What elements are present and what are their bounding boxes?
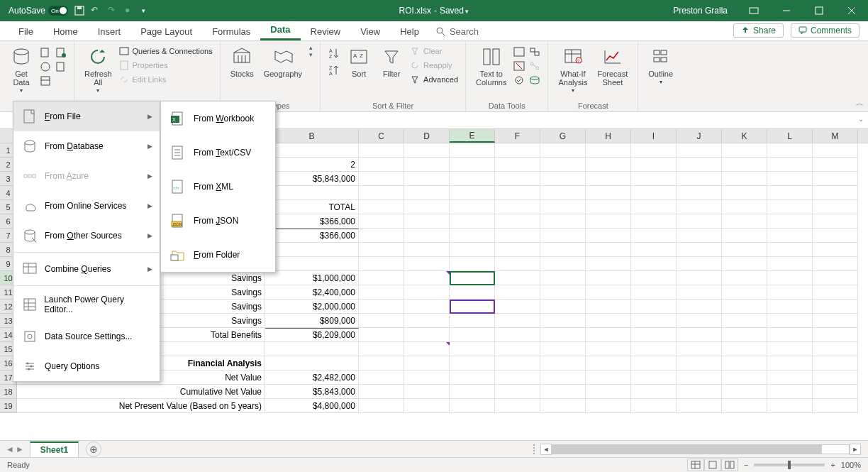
cell[interactable] <box>767 342 813 356</box>
cell[interactable] <box>450 300 495 314</box>
cell[interactable] <box>450 172 495 186</box>
table-row[interactable]: 18Cumulative Net Value$5,843,000 <box>0 385 868 399</box>
cell[interactable] <box>540 328 586 342</box>
col-header-G[interactable]: G <box>540 129 586 143</box>
cell[interactable] <box>813 172 858 186</box>
cell[interactable] <box>767 285 813 300</box>
cell[interactable] <box>813 356 858 371</box>
cell[interactable]: $2,482,000 <box>265 371 359 385</box>
cell[interactable] <box>540 214 586 229</box>
cell[interactable] <box>677 342 722 356</box>
col-header-C[interactable]: C <box>359 129 404 143</box>
cell[interactable] <box>767 399 813 413</box>
cell[interactable] <box>359 271 404 285</box>
zoom-level[interactable]: 100% <box>841 461 861 469</box>
cell[interactable] <box>359 342 404 356</box>
cell[interactable] <box>722 356 767 371</box>
cell[interactable] <box>631 356 677 371</box>
cell[interactable] <box>450 229 495 243</box>
cell[interactable] <box>767 214 813 229</box>
cell[interactable] <box>540 314 586 328</box>
cell[interactable] <box>450 214 495 229</box>
menu-item-from-other-sources[interactable]: From Other Sources▶ <box>13 221 160 251</box>
cell[interactable] <box>767 186 813 200</box>
cell[interactable] <box>450 328 495 342</box>
tab-file[interactable]: File <box>9 23 43 40</box>
cell[interactable]: $809,000 <box>265 314 359 328</box>
cell[interactable] <box>677 399 722 413</box>
cell[interactable] <box>495 371 540 385</box>
cell[interactable] <box>540 285 586 300</box>
cell[interactable] <box>359 314 404 328</box>
cell[interactable] <box>540 186 586 200</box>
cell[interactable] <box>677 285 722 300</box>
cell[interactable] <box>631 300 677 314</box>
cell[interactable] <box>359 356 404 371</box>
cell[interactable] <box>404 356 450 371</box>
cell[interactable] <box>359 214 404 229</box>
cell[interactable] <box>404 314 450 328</box>
cell[interactable] <box>722 172 767 186</box>
advanced-button[interactable]: Advanced <box>410 74 458 85</box>
cell[interactable] <box>677 158 722 172</box>
menu-item-from-database[interactable]: From Database▶ <box>13 131 160 161</box>
cell[interactable] <box>404 143 450 158</box>
tab-review[interactable]: Review <box>301 23 351 40</box>
cell[interactable] <box>540 271 586 285</box>
cell[interactable] <box>404 158 450 172</box>
cell[interactable] <box>813 314 858 328</box>
cell[interactable] <box>631 200 677 214</box>
cell[interactable] <box>631 172 677 186</box>
cell[interactable] <box>722 285 767 300</box>
cell[interactable] <box>767 172 813 186</box>
cell[interactable] <box>767 328 813 342</box>
query-options[interactable]: Query Options <box>13 351 160 381</box>
from-text-icon[interactable] <box>40 47 51 58</box>
cell[interactable] <box>722 314 767 328</box>
cell[interactable] <box>495 143 540 158</box>
cell[interactable] <box>586 314 631 328</box>
cell[interactable] <box>813 399 858 413</box>
cell[interactable]: $366,000 <box>265 229 359 243</box>
cell[interactable] <box>404 229 450 243</box>
cell[interactable] <box>722 300 767 314</box>
row-header[interactable]: 18 <box>0 385 17 399</box>
close-icon[interactable] <box>835 0 868 21</box>
cell[interactable] <box>540 385 586 399</box>
text-to-columns-button[interactable]: Text to Columns <box>473 44 509 88</box>
cell[interactable]: TOTAL <box>265 200 359 214</box>
cell[interactable] <box>813 200 858 214</box>
cell[interactable] <box>677 271 722 285</box>
cell[interactable] <box>631 229 677 243</box>
from-web-icon[interactable] <box>40 61 51 72</box>
cell[interactable] <box>540 399 586 413</box>
cell[interactable] <box>631 186 677 200</box>
cell[interactable] <box>404 271 450 285</box>
cell[interactable] <box>722 371 767 385</box>
cell[interactable] <box>540 257 586 271</box>
cell[interactable] <box>450 342 495 356</box>
tell-me-search[interactable]: Search <box>429 23 486 40</box>
undo-icon[interactable]: ↶ <box>91 5 102 16</box>
get-data-button[interactable]: Get Data ▾ <box>7 44 35 96</box>
cell[interactable] <box>450 314 495 328</box>
cell[interactable] <box>359 243 404 257</box>
cell[interactable] <box>813 385 858 399</box>
data-model-icon[interactable] <box>529 75 540 85</box>
launch-power-query[interactable]: Launch Power Query Editor... <box>13 287 160 322</box>
cell[interactable] <box>767 385 813 399</box>
cell[interactable] <box>767 300 813 314</box>
cell[interactable] <box>813 285 858 300</box>
data-source-settings[interactable]: Data Source Settings... <box>13 322 160 351</box>
cell[interactable] <box>631 158 677 172</box>
row-header[interactable]: 19 <box>0 399 17 413</box>
relationships-icon[interactable] <box>529 61 540 71</box>
cell[interactable] <box>404 385 450 399</box>
cell[interactable]: $6,209,000 <box>265 328 359 342</box>
cell[interactable] <box>722 214 767 229</box>
cell[interactable] <box>631 143 677 158</box>
cell[interactable] <box>767 158 813 172</box>
data-validation-icon[interactable] <box>513 75 525 85</box>
cell[interactable] <box>767 143 813 158</box>
cell[interactable] <box>631 399 677 413</box>
